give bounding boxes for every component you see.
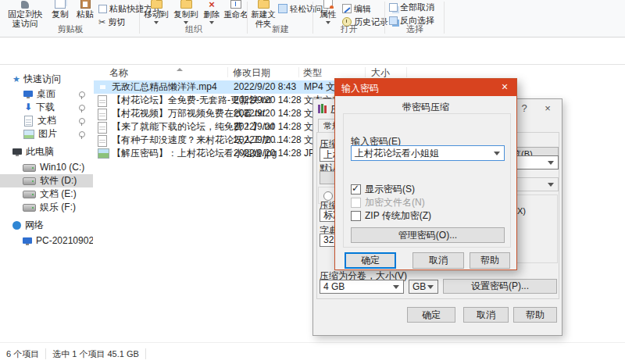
cancel-label: 取消 <box>429 255 448 266</box>
manage-passwords-button[interactable]: 管理密码(O)... <box>351 227 505 243</box>
sidebar-label: 软件 (D:) <box>40 174 77 187</box>
status-separator <box>45 348 46 359</box>
rename-icon <box>222 0 250 9</box>
column-header-date[interactable]: 修改日期 <box>233 66 270 78</box>
copy-label: 复制 <box>48 9 72 19</box>
delete-label: 删除 <box>202 9 222 19</box>
ok-label: 确定 <box>361 255 380 266</box>
column-separator[interactable] <box>227 67 228 77</box>
sidebar-item-drive-d[interactable]: 软件 (D:) <box>0 174 93 187</box>
column-header-size[interactable]: 大小 <box>371 66 390 78</box>
zip-legacy-checkbox[interactable]: ZIP 传统加密(Z) <box>351 210 431 221</box>
sidebar-item-pictures[interactable]: 图片 <box>0 127 93 141</box>
pin-icon <box>79 131 85 137</box>
sidebar-label: PC-20210902PHKI <box>36 234 93 248</box>
sidebar-item-downloads[interactable]: ⬇ 下载 <box>0 101 93 114</box>
pin-icon <box>79 91 85 98</box>
column-header-type[interactable]: 类型 <box>303 66 322 78</box>
copy-icon <box>48 0 72 9</box>
ribbon-separator <box>444 2 445 34</box>
new-folder-icon <box>250 0 277 9</box>
sidebar-item-desktop[interactable]: 桌面 <box>0 87 93 101</box>
paste-button[interactable]: 粘贴 <box>73 0 97 19</box>
encrypt-filenames-checkbox: 加密文件名(N) <box>351 197 425 208</box>
password-cancel-button[interactable]: 取消 <box>412 252 464 269</box>
sidebar-item-drive-e[interactable]: 文档 (E:) <box>0 187 93 201</box>
dialog-help-button[interactable]: ? <box>515 101 534 116</box>
column-separator[interactable] <box>406 67 407 77</box>
network-icon <box>12 221 21 230</box>
password-help-button[interactable]: 帮助 <box>470 252 510 269</box>
sidebar-label: 桌面 <box>37 87 55 101</box>
rename-label: 重命名 <box>222 9 250 19</box>
drive-icon <box>23 191 36 198</box>
column-separator[interactable] <box>298 67 299 77</box>
ribbon-group-new: 新建文件夹 轻松访问 新建 <box>250 0 311 36</box>
sidebar-label: 文档 <box>38 114 56 127</box>
sidebar-item-quick-access[interactable]: ★ 快速访问 <box>0 73 93 86</box>
status-bar: 6 个项目 选中 1 个项目 45.1 GB <box>0 342 625 364</box>
ribbon-separator <box>139 2 140 34</box>
password-dialog-titlebar[interactable]: 输入密码 × <box>335 79 516 96</box>
drive-icon <box>23 164 36 172</box>
sidebar-item-this-pc[interactable]: 此电脑 <box>0 145 93 159</box>
close-icon[interactable]: × <box>538 101 557 116</box>
text-file-icon <box>98 122 107 134</box>
dialog-heading: 带密码压缩 <box>335 101 516 114</box>
ok-label: 确定 <box>422 309 441 320</box>
sidebar-item-network[interactable]: 网络 <box>0 219 93 232</box>
pin-icon <box>5 0 45 9</box>
column-header-name[interactable]: 名称 <box>109 66 128 78</box>
split-size-combo[interactable]: 4 GB <box>320 280 404 294</box>
ribbon-group-select: 全部取消 反向选择 选择 <box>388 0 442 36</box>
open-group-label: 打开 <box>316 23 383 35</box>
compress-cancel-button[interactable]: 取消 <box>463 307 509 323</box>
text-file-icon <box>98 135 107 147</box>
sidebar-label: 快速访问 <box>23 73 61 86</box>
selection-summary: 选中 1 个项目 45.1 GB <box>52 348 139 360</box>
select-none-button[interactable]: 全部取消 <box>389 2 434 12</box>
show-password-checkbox[interactable]: 显示密码(S) <box>351 184 415 194</box>
edit-icon <box>342 4 352 13</box>
sidebar-item-network-pc[interactable]: PC-20210902PHKI <box>0 234 93 248</box>
organize-group-label: 组织 <box>142 23 245 35</box>
delete-icon: × <box>202 0 222 9</box>
set-password-button[interactable]: 设置密码(P)... <box>443 279 557 294</box>
pictures-icon <box>23 130 34 139</box>
pin-icon <box>79 105 85 111</box>
ribbon: 固定到快速访问 复制 粘贴 粘贴快捷方式 ✂ 剪切 剪贴板 移动到 复制到 <box>0 0 625 37</box>
split-unit-value: GB <box>412 281 426 292</box>
password-input[interactable]: 上村花论坛看小姐姐 <box>351 145 505 161</box>
file-date: 2022/9/20 14:28 <box>234 120 302 134</box>
text-file-icon <box>98 95 107 107</box>
sidebar-label: 文档 (E:) <box>40 187 77 201</box>
rename-button[interactable]: 重命名 <box>222 0 250 19</box>
compress-help-button[interactable]: 帮助 <box>513 307 557 323</box>
properties-icon <box>317 0 339 9</box>
edit-button[interactable]: 编辑 <box>342 3 371 14</box>
file-date: 2022/9/20 8:43 <box>234 80 296 94</box>
close-icon[interactable]: × <box>493 79 516 96</box>
split-unit-combo[interactable]: GB <box>409 280 438 294</box>
ribbon-group-clipboard: 固定到快速访问 复制 粘贴 粘贴快捷方式 ✂ 剪切 剪贴板 <box>3 0 138 36</box>
split-size-value: 4 GB <box>323 281 345 292</box>
move-to-label: 移动到 <box>142 9 170 19</box>
winrar-icon <box>318 104 328 113</box>
checkbox-icon <box>351 211 361 221</box>
sidebar-item-drive-f[interactable]: 娱乐 (F:) <box>0 201 93 214</box>
file-date: 2022/9/20 14:28 <box>234 107 302 120</box>
file-date: 2022/9/20 14:28 <box>234 94 302 107</box>
password-value: 上村花论坛看小姐姐 <box>355 148 439 159</box>
column-separator[interactable] <box>365 67 366 77</box>
sidebar-item-drive-c[interactable]: Win10 (C:) <box>0 161 93 174</box>
column-header-label: 类型 <box>303 67 322 78</box>
set-password-label: 设置密码(P)... <box>471 280 529 291</box>
copy-button[interactable]: 复制 <box>48 0 72 19</box>
compress-ok-button[interactable]: 确定 <box>407 307 455 323</box>
password-ok-button[interactable]: 确定 <box>345 252 396 269</box>
sidebar-item-documents[interactable]: 文档 <box>0 114 93 127</box>
drive-icon <box>23 204 36 212</box>
item-count: 6 个项目 <box>6 348 39 360</box>
quick-access-icon: ★ <box>12 73 20 86</box>
pin-icon <box>79 118 85 124</box>
